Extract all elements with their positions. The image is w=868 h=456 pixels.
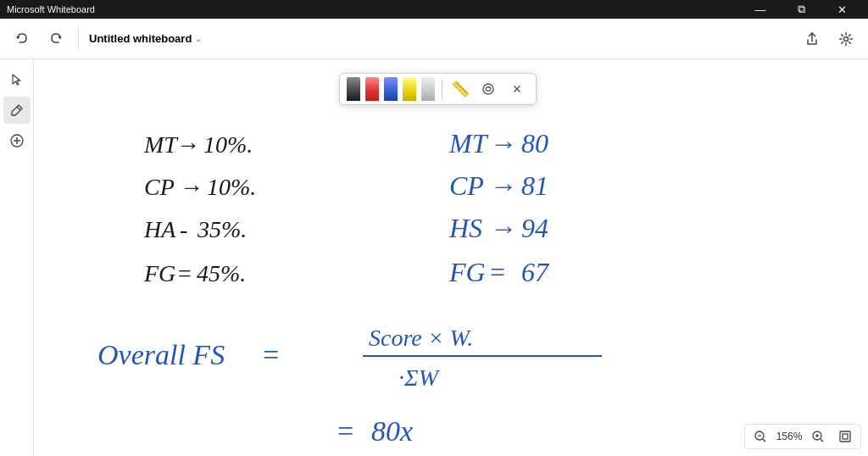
- svg-point-0: [844, 36, 849, 41]
- svg-text:→: →: [180, 174, 203, 200]
- pen-color-red[interactable]: [365, 77, 379, 101]
- svg-text:-: -: [180, 216, 187, 242]
- toolbar-divider: [78, 29, 79, 49]
- svg-rect-45: [843, 434, 848, 439]
- pen-toolbar-close-button[interactable]: ✕: [505, 77, 529, 101]
- minimize-button[interactable]: —: [741, 0, 780, 19]
- svg-text:=: =: [178, 260, 192, 286]
- svg-text:81: 81: [521, 170, 548, 201]
- toolbar-right: [797, 24, 861, 54]
- zoom-level: 156%: [774, 431, 804, 442]
- chevron-down-icon: ⌄: [195, 34, 202, 43]
- window-controls: — ⧉ ✕: [741, 0, 861, 19]
- app-title: Microsoft Whiteboard: [7, 4, 95, 14]
- svg-line-1: [17, 107, 20, 110]
- svg-text:=: =: [337, 415, 353, 447]
- svg-text:94: 94: [521, 213, 548, 243]
- close-button[interactable]: ✕: [822, 0, 861, 19]
- svg-text:Overall FS: Overall FS: [97, 339, 225, 370]
- restore-button[interactable]: ⧉: [782, 0, 821, 19]
- svg-text:MT: MT: [143, 131, 179, 158]
- svg-text:Score × W.: Score × W.: [369, 325, 473, 351]
- svg-text:80: 80: [521, 128, 548, 158]
- fit-to-screen-button[interactable]: [835, 426, 855, 447]
- pen-color-toolbar: 📏 ✕: [339, 73, 537, 105]
- svg-text:CP: CP: [144, 174, 175, 200]
- svg-text:10%.: 10%.: [203, 131, 253, 158]
- pen-color-yellow[interactable]: [403, 77, 416, 101]
- svg-text:→: →: [490, 213, 517, 243]
- svg-text:CP: CP: [449, 170, 484, 201]
- svg-text:10%.: 10%.: [207, 174, 256, 200]
- svg-text:=: =: [490, 257, 505, 287]
- share-button[interactable]: [797, 24, 827, 54]
- svg-text:35%.: 35%.: [197, 216, 247, 242]
- whiteboard-canvas[interactable]: 📏 ✕ MT → 10%. CP → 10%. HA - 35%. FG = 4…: [34, 59, 868, 456]
- pen-color-gray[interactable]: [421, 77, 435, 101]
- svg-text:→: →: [490, 170, 517, 201]
- select-tool-button[interactable]: [3, 66, 31, 93]
- svg-text:HS: HS: [448, 213, 482, 243]
- main-toolbar: Untitled whiteboard ⌄: [0, 19, 868, 59]
- lasso-settings-button[interactable]: [476, 77, 500, 101]
- doc-title: Untitled whiteboard: [89, 32, 192, 45]
- svg-text:FG: FG: [448, 257, 486, 287]
- svg-text:→: →: [176, 131, 200, 158]
- svg-line-43: [821, 439, 823, 442]
- svg-text:=: =: [263, 339, 279, 370]
- ruler-icon[interactable]: 📏: [449, 80, 471, 98]
- settings-button[interactable]: [831, 24, 861, 54]
- pen-color-blue[interactable]: [384, 77, 398, 101]
- zoom-controls: 156%: [744, 424, 861, 449]
- svg-line-39: [763, 439, 765, 442]
- whiteboard-svg: MT → 10%. CP → 10%. HA - 35%. FG = 45%. …: [34, 59, 868, 456]
- pen-color-black[interactable]: [347, 77, 360, 101]
- svg-text:·ΣW: ·ΣW: [398, 364, 441, 391]
- svg-text:HA: HA: [143, 216, 176, 242]
- pen-tool-button[interactable]: [3, 97, 31, 124]
- undo-button[interactable]: [7, 24, 37, 54]
- svg-text:→: →: [490, 128, 517, 158]
- svg-text:45%.: 45%.: [197, 260, 246, 286]
- zoom-out-button[interactable]: [750, 426, 771, 447]
- add-tool-button[interactable]: [3, 127, 31, 154]
- left-sidebar: [0, 59, 34, 456]
- zoom-in-button[interactable]: [808, 426, 828, 447]
- svg-text:80x: 80x: [371, 415, 413, 447]
- svg-text:67: 67: [521, 257, 550, 287]
- svg-rect-44: [840, 431, 850, 442]
- svg-point-5: [483, 84, 493, 94]
- svg-text:FG: FG: [143, 260, 175, 286]
- doc-title-area[interactable]: Untitled whiteboard ⌄: [89, 32, 202, 45]
- titlebar: Microsoft Whiteboard — ⧉ ✕: [0, 0, 868, 19]
- svg-text:MT: MT: [448, 128, 489, 158]
- redo-button[interactable]: [41, 24, 71, 54]
